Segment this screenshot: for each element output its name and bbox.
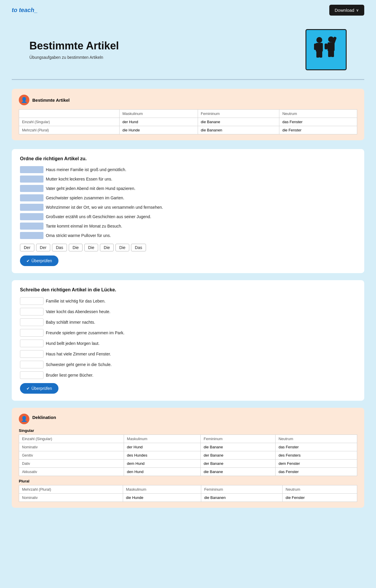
exercise1-sentences: Haus meiner Familie ist groß und gemütli…: [20, 166, 356, 239]
exercise1-section: Ordne die richtigen Artikel zu. Haus mei…: [12, 149, 364, 273]
table-cell: das Fenster: [279, 118, 357, 126]
download-button[interactable]: Download: [329, 5, 364, 16]
sentence-text: Haus hat viele Zimmer und Fenster.: [46, 352, 111, 356]
deklination-card-header: 👤 Deklination: [19, 414, 357, 424]
table-cell: die Banane: [201, 468, 276, 476]
table-cell: die Hunde: [119, 126, 198, 134]
table-cell: Akkusativ: [19, 468, 124, 476]
info-card-title: Bestimmte Artikel: [32, 98, 70, 103]
svg-rect-4: [316, 51, 319, 58]
article-placeholder: [20, 194, 43, 201]
sentence-text: Baby schläft immer nachts.: [46, 320, 95, 325]
sentence-row: Oma strickt warme Pullover für uns.: [20, 232, 356, 239]
article-chip[interactable]: Der: [20, 244, 34, 251]
table-cell: dem Fenster: [276, 460, 357, 468]
exercise2-sentences: Familie ist wichtig für das Leben.Vater …: [20, 297, 356, 379]
col-header-empty: [19, 110, 120, 118]
table-cell: Nominativ: [19, 443, 124, 451]
grammar-table: Maskulinum Femininum Neutrum Einzahl (Si…: [19, 109, 357, 134]
sentence-row: Tante kommt einmal im Monat zu Besuch.: [20, 223, 356, 230]
write-row: Baby schläft immer nachts.: [20, 318, 356, 326]
sentence-text: Freunde spielen gerne zusammen im Park.: [46, 330, 125, 335]
info-icon: 👤: [19, 95, 29, 105]
article-chip[interactable]: Die: [69, 244, 83, 251]
sentence-row: Haus meiner Familie ist groß und gemütli…: [20, 166, 356, 173]
article-placeholder: [20, 223, 43, 230]
article-input[interactable]: [20, 297, 43, 305]
table-cell: Dativ: [19, 460, 124, 468]
page-title: Bestimmte Artikel: [29, 40, 119, 52]
table-cell: des Hundes: [124, 451, 201, 460]
table-header: Femininum: [201, 485, 283, 494]
sentence-row: Vater geht jeden Abend mit dem Hund spaz…: [20, 185, 356, 192]
table-cell: Nominativ: [19, 494, 123, 502]
svg-rect-9: [325, 44, 328, 49]
article-input[interactable]: [20, 371, 43, 379]
sentence-text: Schwester geht gerne in die Schule.: [46, 362, 112, 367]
svg-rect-3: [320, 44, 323, 50]
verify-button-2[interactable]: Überprüfen: [20, 383, 58, 394]
svg-rect-10: [328, 51, 331, 57]
table-cell: Mehrzahl (Plural): [19, 126, 120, 134]
singular-table: Einzahl (Singular)MaskulinumFemininumNeu…: [19, 435, 357, 476]
verify-button-1[interactable]: Überprüfen: [20, 255, 58, 266]
article-chip[interactable]: Die: [100, 244, 114, 251]
sentence-row: Geschwister spielen zusammen im Garten.: [20, 194, 356, 201]
article-input[interactable]: [20, 329, 43, 337]
table-cell: die Banane: [198, 118, 279, 126]
sentence-text: Vater kocht das Abendessen heute.: [46, 309, 110, 314]
col-header-femininum: Femininum: [198, 110, 279, 118]
svg-point-0: [316, 37, 322, 43]
sentence-row: Großvater erzählt uns oft Geschichten au…: [20, 213, 356, 220]
write-row: Familie ist wichtig für das Leben.: [20, 297, 356, 305]
article-placeholder: [20, 166, 43, 173]
info-card: 👤 Bestimmte Artikel Maskulinum Femininum…: [12, 89, 364, 140]
sentence-text: Haus meiner Familie ist groß und gemütli…: [46, 167, 126, 172]
table-header: Einzahl (Singular): [19, 435, 124, 443]
svg-rect-5: [319, 51, 322, 58]
deklination-title: Deklination: [32, 415, 56, 420]
table-header: Neutrum: [283, 485, 357, 494]
article-input[interactable]: [20, 318, 43, 326]
table-header: Femininum: [201, 435, 276, 443]
exercise2-section: Schreibe den richtigen Artikel in die Lü…: [12, 280, 364, 401]
write-row: Freunde spielen gerne zusammen im Park.: [20, 329, 356, 337]
table-cell: der Banane: [201, 451, 276, 460]
chips-row: DerDerDasDieDieDieDieDas: [20, 244, 356, 251]
table-cell: der Banane: [201, 460, 276, 468]
table-cell: Einzahl (Singular): [19, 118, 120, 126]
article-chip[interactable]: Das: [131, 244, 146, 251]
sentence-text: Bruder liest gerne Bücher.: [46, 373, 93, 377]
sentence-text: Oma strickt warme Pullover für uns.: [46, 233, 111, 238]
table-cell: Genitiv: [19, 451, 124, 460]
article-input[interactable]: [20, 361, 43, 368]
exercise2-title: Schreibe den richtigen Artikel in die Lü…: [20, 287, 356, 293]
article-chip[interactable]: Das: [52, 244, 67, 251]
article-input[interactable]: [20, 308, 43, 315]
article-placeholder: [20, 185, 43, 192]
sentence-row: Wohnzimmer ist der Ort, wo wir uns versa…: [20, 204, 356, 211]
table-cell: die Bananen: [198, 126, 279, 134]
table-cell: die Fenster: [283, 494, 357, 502]
deklination-icon: 👤: [19, 414, 29, 424]
table-cell: des Fensters: [276, 451, 357, 460]
article-chip[interactable]: Die: [115, 244, 129, 251]
sentence-text: Vater geht jeden Abend mit dem Hund spaz…: [46, 186, 135, 191]
table-cell: dem Hund: [124, 460, 201, 468]
table-cell: die Bananen: [201, 494, 283, 502]
article-input[interactable]: [20, 350, 43, 358]
logo: to teach_: [12, 7, 38, 14]
article-chip[interactable]: Die: [84, 244, 98, 251]
sentence-text: Tante kommt einmal im Monat zu Besuch.: [46, 224, 122, 228]
article-input[interactable]: [20, 340, 43, 347]
article-placeholder: [20, 213, 43, 220]
sentence-row: Mutter kocht leckeres Essen für uns.: [20, 176, 356, 183]
table-header: Mehrzahl (Plural): [19, 485, 123, 494]
sentence-text: Familie ist wichtig für das Leben.: [46, 299, 105, 303]
table-cell: der Hund: [124, 443, 201, 451]
table-header: Maskulinum: [123, 485, 201, 494]
hero-image: [306, 29, 347, 70]
article-chip[interactable]: Der: [36, 244, 51, 251]
singular-label: Singular: [19, 428, 357, 433]
sentence-text: Großvater erzählt uns oft Geschichten au…: [46, 214, 151, 219]
